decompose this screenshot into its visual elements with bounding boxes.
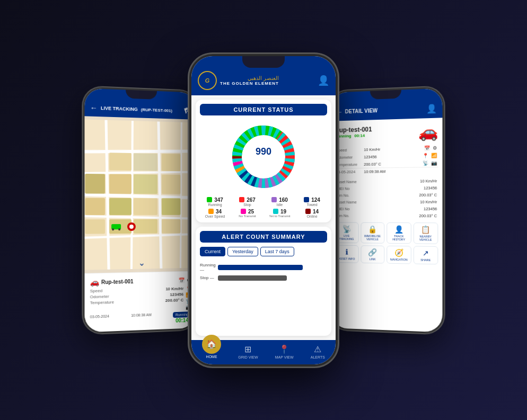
icon-live-tracking[interactable]: 📡 LIVETRACKING xyxy=(335,222,359,243)
icon-nearby-vehicle[interactable]: 📋 NEARBYVEHICLE xyxy=(413,222,438,244)
wifi-icon-r: 📡 xyxy=(423,160,428,166)
stats-grid: 347 Running 267 Stop xyxy=(200,197,327,218)
stop-label: Stop xyxy=(232,203,262,207)
phones-container: ← LIVE TRACKING (RUP-TEST-001) 🗺 xyxy=(0,0,527,420)
svg-rect-16 xyxy=(162,174,181,194)
sim-value-2: 200.03° C xyxy=(363,212,438,219)
asset-name-label-2: Asset Name xyxy=(335,199,363,205)
mapview-label: MAP VIEW xyxy=(275,355,294,359)
asset-name-label-1: Asset Name xyxy=(335,178,363,185)
svg-line-7 xyxy=(131,121,133,269)
stat-overspeed: 34 Over Speed xyxy=(200,209,230,218)
online-label: Online xyxy=(297,215,327,218)
idle-dot xyxy=(271,197,277,202)
tab-yesterday[interactable]: Yesterday xyxy=(227,247,258,256)
live-tracking-icon-label: LIVETRACKING xyxy=(339,234,354,240)
left-notch xyxy=(126,90,157,99)
nav-gridview[interactable]: ⊞ GRID VIEW xyxy=(238,344,258,359)
donut-chart: 990 xyxy=(226,120,301,194)
stat-stop: 267 Stop xyxy=(232,197,262,207)
settings-icon-r[interactable]: ⚙ xyxy=(433,145,437,150)
tab-last7days[interactable]: Last 7 days xyxy=(260,247,294,256)
cal-icon-r[interactable]: 📅 xyxy=(424,145,430,150)
location-icon-r[interactable]: 📍 xyxy=(423,153,428,158)
vehicle-time: 00:14 xyxy=(354,133,365,138)
live-tracking-icon: 📡 xyxy=(342,225,351,233)
donut-chart-container: 990 xyxy=(200,120,327,194)
center-screen: G العنصر الذهبي THE GOLDEN ELEMENT 👤 CUR… xyxy=(191,56,336,364)
chart-running-label: Running — xyxy=(200,263,216,272)
overspeed-label: Over Speed xyxy=(200,215,230,218)
temp-value-r: 200.03° C xyxy=(363,159,407,168)
date-value: 03-05-2024 xyxy=(90,314,109,327)
time-value: 10:08:38 AM xyxy=(131,312,152,325)
asset-name-value-1: 10 Km/Hr xyxy=(363,177,438,185)
running-dot xyxy=(207,197,212,202)
towed-dot xyxy=(304,197,309,202)
chart-area: Running — Stop — xyxy=(200,261,327,286)
track-history-icon: 👤 xyxy=(394,225,403,233)
map-area[interactable]: ⌄ xyxy=(85,116,197,273)
stat-running: 347 Running xyxy=(200,197,230,207)
logo-text-block: العنصر الذهبي THE GOLDEN ELEMENT xyxy=(220,75,279,86)
live-tracking-title: LIVE TRACKING xyxy=(101,105,138,112)
navigation-icon-label: NAVIGATION xyxy=(390,257,408,261)
notransmit-count: 25 xyxy=(248,209,254,215)
nav-mapview[interactable]: 📍 MAP VIEW xyxy=(275,344,294,359)
yettotransmit-count: 19 xyxy=(280,209,286,215)
stat-notransmit: 25 No Transmit xyxy=(232,209,262,218)
icon-track-history[interactable]: 👤 TRACKHISTORY xyxy=(387,222,411,243)
alerts-label: ALERTS xyxy=(311,355,325,359)
vehicle-id-label: (RUP-TEST-001) xyxy=(141,107,172,113)
signal-icon-r: 📶 xyxy=(431,153,437,158)
current-status-title: CURRENT STATUS xyxy=(200,104,327,115)
alert-count-title: ALERT COUNT SUMMARY xyxy=(200,231,327,243)
towed-count: 124 xyxy=(311,197,320,203)
nav-alerts[interactable]: ⚠ ALERTS xyxy=(311,344,325,359)
icon-navigation[interactable]: 🧭 NAVIGATION xyxy=(387,245,411,264)
status-card: CURRENT STATUS xyxy=(196,100,331,222)
right-user-icon[interactable]: 👤 xyxy=(426,103,437,114)
stop-dot xyxy=(239,197,244,202)
share-icon: ↗ xyxy=(423,248,429,257)
online-count: 14 xyxy=(313,209,319,215)
icon-asset-info[interactable]: ℹ ASSET INFO xyxy=(335,245,359,263)
left-screen: ← LIVE TRACKING (RUP-TEST-001) 🗺 xyxy=(85,88,197,332)
asset-info-icon-label: ASSET INFO xyxy=(338,257,355,260)
right-screen: ← DETAIL VIEW 👤 Rup-test-001 Running 00:… xyxy=(331,88,443,332)
date-label-r: 03-05-2024 xyxy=(335,168,363,175)
user-icon[interactable]: 👤 xyxy=(318,75,329,86)
back-arrow-icon[interactable]: ← xyxy=(90,103,98,112)
speed-label: Speed xyxy=(90,288,102,293)
share-icon-label: SHARE xyxy=(420,258,431,261)
logo-circle: G xyxy=(198,71,217,90)
temp-label: Temperature xyxy=(90,299,114,305)
sim-value-1: 200.03° C xyxy=(363,191,438,199)
calendar-icon[interactable]: 📅 xyxy=(179,277,185,283)
running-label: Running xyxy=(200,203,230,207)
icon-share[interactable]: ↗ SHARE xyxy=(413,246,438,264)
running-count: 347 xyxy=(214,197,223,203)
alert-tabs: Current Yesterday Last 7 days xyxy=(200,247,327,256)
tab-current[interactable]: Current xyxy=(200,247,225,256)
svg-line-9 xyxy=(181,122,182,267)
towed-label: Towed xyxy=(297,203,327,207)
icon-link[interactable]: 🔗 LINK xyxy=(361,245,384,263)
yettotransmit-dot xyxy=(273,209,278,214)
sim-label-2: Sim No. xyxy=(335,212,363,219)
donut-center-value: 990 xyxy=(256,146,271,157)
speed-label-r: Speed xyxy=(335,146,363,154)
detail-content: Rup-test-001 Running 00:14 🚗 Speed 10 xyxy=(331,118,443,332)
center-content: CURRENT STATUS xyxy=(191,95,336,340)
scroll-down-icon[interactable]: ⌄ xyxy=(138,257,145,267)
nearby-vehicle-icon-label: NEARBYVEHICLE xyxy=(419,235,432,241)
link-icon: 🔗 xyxy=(368,248,377,256)
immobilise-icon: 🔒 xyxy=(368,225,377,233)
icon-immobilise[interactable]: 🔒 IMMOBILISEVEHICLE xyxy=(361,222,384,243)
overspeed-count: 34 xyxy=(216,209,222,215)
nav-home[interactable]: 🏠 HOME xyxy=(202,344,221,359)
alert-card: ALERT COUNT SUMMARY Current Yesterday La… xyxy=(196,227,331,336)
stat-idle: 160 Idle xyxy=(265,197,295,207)
temp-value: 200.03° C xyxy=(165,298,183,303)
svg-rect-14 xyxy=(109,174,131,193)
